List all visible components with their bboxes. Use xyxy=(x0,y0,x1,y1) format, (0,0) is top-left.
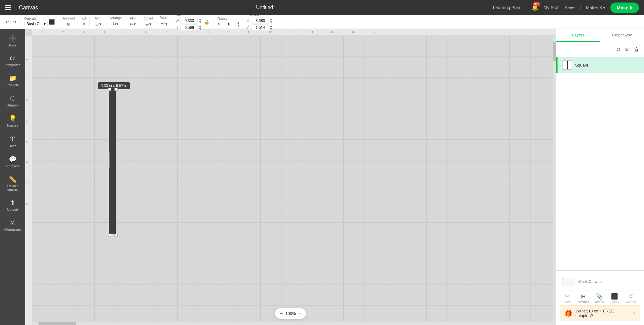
combine-tool[interactable]: ⊕ Combine xyxy=(577,293,589,304)
save-link[interactable]: Save xyxy=(564,5,575,10)
scrollbar-vertical[interactable] xyxy=(553,36,556,325)
rotate-up-button[interactable]: ▲ xyxy=(237,21,240,24)
color-swatch[interactable] xyxy=(49,19,55,25)
zoom-in-button[interactable]: + xyxy=(298,310,302,317)
machine-selector[interactable]: Maker 3 ▾ xyxy=(586,5,606,10)
sidebar-item-projects[interactable]: 📁 Projects xyxy=(1,71,24,90)
crosshair-h xyxy=(102,160,118,160)
width-down-button[interactable]: ▼ xyxy=(198,21,202,24)
my-stuff-link[interactable]: My Stuff xyxy=(543,5,559,10)
redo-button[interactable]: ↪ xyxy=(12,18,18,25)
slice-tool[interactable]: ✂ Slice xyxy=(564,293,571,304)
arrange-label: Arrange xyxy=(109,16,122,20)
rotate-input[interactable] xyxy=(222,21,236,27)
app-title: Canvas xyxy=(19,4,38,11)
learning-plan-link[interactable]: Learning Plan xyxy=(493,5,520,10)
editable-images-icon: ✏️ xyxy=(9,176,17,183)
arrange-group: Arrange ⧉▾ xyxy=(108,16,124,28)
flip-group: Flip ⇔▾ xyxy=(126,16,139,28)
notifications-button[interactable]: 🔔 99+ xyxy=(531,4,538,11)
canvas-body[interactable]: 1 2 3 4 5 6 7 8 0.33 in x 6.57 in xyxy=(25,36,556,325)
height-down-button[interactable]: ▼ xyxy=(198,28,202,31)
sidebar-item-monogram[interactable]: Ⓜ Monogram xyxy=(1,216,24,235)
height-up-button[interactable]: ▲ xyxy=(198,24,202,28)
deselect-button[interactable]: ⊠ xyxy=(65,20,71,28)
offset-button[interactable]: ◎▾ xyxy=(144,20,153,28)
width-input[interactable] xyxy=(180,18,198,24)
contour-icon: ↺ xyxy=(628,293,633,300)
sidebar-item-images[interactable]: 💡 Images xyxy=(1,111,24,130)
pos-y-down-button[interactable]: ▼ xyxy=(269,28,273,31)
pos-y-input[interactable] xyxy=(252,24,269,31)
warp-label: Warp xyxy=(160,16,169,19)
tab-layers[interactable]: Layers xyxy=(556,29,600,42)
blank-canvas-label: Blank Canvas xyxy=(578,279,602,284)
warp-group: Warp 〜▾ xyxy=(158,16,171,28)
flip-button[interactable]: ⇔▾ xyxy=(128,20,137,28)
shape-tooltip: 0.33 in x 6.57 in xyxy=(98,82,130,89)
warp-button[interactable]: 〜▾ xyxy=(159,20,169,28)
make-it-button[interactable]: Make It xyxy=(610,3,639,13)
edit-label: Edit xyxy=(81,16,87,20)
duplicate-button[interactable]: ⧉ xyxy=(624,45,630,54)
contour-tool[interactable]: ↺ Contour xyxy=(625,293,636,304)
operation-select[interactable]: Basic Cut ▾ xyxy=(24,21,48,27)
promo-close-button[interactable]: × xyxy=(633,311,636,316)
width-up-button[interactable]: ▲ xyxy=(198,18,202,21)
shape-handle-br[interactable] xyxy=(114,234,118,237)
pos-x-input[interactable] xyxy=(252,18,269,24)
sidebar-item-phrases[interactable]: 💬 Phrases xyxy=(1,152,24,171)
canvas-shape[interactable] xyxy=(109,89,116,234)
size-inputs: W ▲ ▼ H ▲ ▼ xyxy=(175,18,202,31)
edit-button[interactable]: ✏ xyxy=(81,20,87,28)
layer-item-square[interactable]: Square xyxy=(556,57,644,73)
ruler-top: /* ruler lines */ 1 2 3 4 5 6 7 8 9 10 1… xyxy=(32,29,556,36)
offset-group: Offset ◎▾ xyxy=(142,16,155,28)
align-label: Align xyxy=(95,16,102,20)
refresh-button[interactable]: ↺ xyxy=(615,45,622,54)
offset-label: Offset xyxy=(144,16,153,20)
pos-y-up-button[interactable]: ▲ xyxy=(269,24,273,28)
delete-button[interactable]: 🗑 xyxy=(633,45,640,54)
shape-handle-tr[interactable] xyxy=(114,88,118,91)
shape-handle-bl[interactable] xyxy=(108,234,111,237)
slice-label: Slice xyxy=(564,301,571,304)
arrange-button[interactable]: ⧉▾ xyxy=(112,20,120,28)
sidebar-item-text[interactable]: T Text xyxy=(1,132,24,151)
height-input[interactable] xyxy=(180,24,198,31)
blank-canvas-item[interactable]: Blank Canvas xyxy=(560,274,640,289)
undo-button[interactable]: ↩ xyxy=(4,18,10,25)
align-button[interactable]: ⊞▾ xyxy=(94,20,103,28)
sidebar-item-new[interactable]: ➕ New xyxy=(1,31,24,50)
canvas-grid[interactable]: 0.33 in x 6.57 in xyxy=(32,36,556,325)
attach-tool[interactable]: 📎 Attach xyxy=(595,293,604,304)
tab-color-sync[interactable]: Color Sync xyxy=(600,29,644,42)
zoom-out-button[interactable]: − xyxy=(280,310,283,317)
notification-badge: 99+ xyxy=(533,2,540,6)
hamburger-menu[interactable] xyxy=(5,5,11,10)
size-lock-icon[interactable]: 🔒 xyxy=(203,18,211,26)
sidebar-item-templates[interactable]: 🗂 Templates xyxy=(1,51,24,70)
scrollbar-horizontal[interactable] xyxy=(32,322,556,325)
phrases-icon: 💬 xyxy=(9,155,17,163)
rotate-down-button[interactable]: ▼ xyxy=(237,24,240,27)
sidebar-label-shapes: Shapes xyxy=(7,103,18,107)
sidebar-item-editable-images[interactable]: ✏️ Editable Images xyxy=(1,172,24,194)
scrollbar-h-thumb[interactable] xyxy=(38,322,76,325)
edit-group: Edit ✏ xyxy=(80,16,90,28)
sidebar-item-upload[interactable]: ⬆ Upload xyxy=(1,196,24,214)
pos-x-down-button[interactable]: ▼ xyxy=(269,21,273,24)
canvas-area[interactable]: /* ruler lines */ 1 2 3 4 5 6 7 8 9 10 1… xyxy=(25,29,556,325)
new-icon: ➕ xyxy=(9,35,17,42)
panel-tabs: Layers Color Sync xyxy=(556,29,644,42)
shape-handle-tl[interactable] xyxy=(108,88,111,91)
width-label: W xyxy=(175,19,180,23)
pos-x-up-button[interactable]: ▲ xyxy=(269,18,273,21)
combine-label: Combine xyxy=(577,301,589,304)
scrollbar-thumb[interactable] xyxy=(553,42,556,61)
flatten-tool[interactable]: ⬛ Flatten xyxy=(610,293,619,304)
attach-icon: 📎 xyxy=(596,293,603,300)
sidebar-item-shapes[interactable]: ⬡ Shapes xyxy=(1,91,24,110)
panel-actions: ↺ ⧉ 🗑 xyxy=(556,42,644,57)
ruler-top-svg: /* ruler lines */ xyxy=(32,29,556,35)
